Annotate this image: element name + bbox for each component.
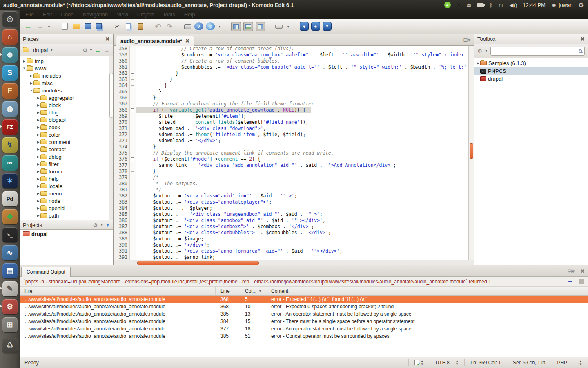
twisty-closed-icon[interactable]: ▶: [36, 162, 40, 166]
code-line-360[interactable]: 360 // Create a row of comment bubbles.: [114, 58, 474, 64]
fold-collapse-icon[interactable]: −: [131, 108, 134, 112]
libreoffice-writer-launcher[interactable]: ▤: [0, 262, 20, 280]
komodo-stop-icon[interactable]: ✕: [323, 22, 332, 31]
code-line-389[interactable]: 389 $output .= $image;: [114, 236, 474, 242]
code-line-392[interactable]: 392 $output .= $anno_link;: [114, 254, 474, 260]
toggle-bottom-pane-icon[interactable]: [243, 22, 253, 31]
twisty-closed-icon[interactable]: ▶: [36, 170, 40, 173]
blocks-app-launcher[interactable]: ❖: [0, 208, 20, 226]
toolbox-item-drupal[interactable]: drupal: [474, 75, 588, 83]
tree-item-tmp[interactable]: ▶tmp: [20, 57, 113, 65]
clock[interactable]: 12:44 PM: [523, 2, 546, 8]
menu-help[interactable]: Help: [184, 11, 195, 18]
code-line-362[interactable]: 362− }: [114, 70, 474, 76]
menu-view[interactable]: View: [117, 11, 128, 18]
fold-marker[interactable]: −: [130, 70, 136, 76]
twisty-closed-icon[interactable]: ▶: [36, 118, 40, 122]
code-line-390[interactable]: 390 $output .= '</div>';: [114, 242, 474, 248]
tree-item-misc[interactable]: ▶misc: [20, 79, 113, 87]
places-back-icon[interactable]: ←: [95, 47, 101, 54]
open-file-icon[interactable]: [72, 22, 81, 31]
chromium-launcher[interactable]: ◍: [0, 100, 20, 118]
gedit-launcher[interactable]: ✎: [0, 280, 20, 298]
twisty-closed-icon[interactable]: ▶: [36, 199, 40, 203]
command-output-close-icon[interactable]: ✖: [580, 268, 585, 274]
code-line-368[interactable]: 368− if ( variable_get('audio_annotate_d…: [114, 107, 474, 113]
editor-tab[interactable]: audio_annotate.module* ✖: [116, 36, 194, 46]
redo-icon[interactable]: ↷: [165, 22, 174, 31]
column-header-col[interactable]: Col...▼: [240, 287, 266, 295]
mail-icon[interactable]: ✉: [467, 2, 471, 8]
toggle-right-pane-icon[interactable]: [256, 22, 265, 31]
web-icon[interactable]: ◍: [206, 22, 215, 30]
places-root-dropdown[interactable]: ▼: [50, 48, 53, 52]
workspace-switcher-launcher[interactable]: ⊞: [0, 316, 20, 334]
menu-edit[interactable]: Edit: [43, 11, 52, 18]
code-line-373[interactable]: 373 $download .= '</div>';: [114, 138, 474, 144]
split-view-icon[interactable]: ⊟▾: [463, 37, 470, 43]
help-icon[interactable]: ?: [194, 22, 203, 30]
menu-code[interactable]: Code: [61, 11, 74, 18]
filezilla-launcher[interactable]: FZ: [0, 118, 20, 136]
stop-icon[interactable]: [579, 279, 584, 284]
tree-item-blog[interactable]: ▶blog: [20, 109, 113, 116]
code-line-364[interactable]: 364 }: [114, 83, 474, 89]
menu-navigation[interactable]: Navigation: [82, 11, 107, 18]
fold-collapse-icon[interactable]: −: [131, 72, 134, 75]
tree-item-contact[interactable]: ▶contact: [20, 146, 113, 153]
arduino-launcher[interactable]: ∞: [0, 154, 20, 172]
twisty-closed-icon[interactable]: ▶: [36, 111, 40, 114]
tree-item-locale[interactable]: ▶locale: [20, 182, 113, 190]
web-dropdown[interactable]: ▾: [217, 22, 222, 31]
code-line-381[interactable]: 381 */: [114, 187, 474, 193]
toolbox-item-phpcs[interactable]: >_PHPCS: [474, 67, 588, 75]
twisty-closed-icon[interactable]: ▶: [29, 81, 33, 85]
tree-item-path[interactable]: ▶path: [20, 212, 113, 219]
twisty-closed-icon[interactable]: ▶: [22, 59, 27, 63]
code-line-366[interactable]: 366 }: [114, 95, 474, 101]
places-gear-dropdown[interactable]: ▼: [89, 48, 93, 52]
tree-item-help[interactable]: ▶help: [20, 175, 113, 182]
encoding-field[interactable]: UTF-8 ▲▼: [430, 359, 465, 366]
preview-icon[interactable]: [274, 22, 283, 31]
menu-tools[interactable]: Tools: [163, 11, 175, 18]
code-line-387[interactable]: 387 $output .= '<div class="comboxs">' .…: [114, 224, 474, 230]
code-line-369[interactable]: 369 $file = $element['#item'];: [114, 113, 474, 119]
code-line-386[interactable]: 386 $output .= '<div class="annobox" aid…: [114, 218, 474, 224]
result-row-2[interactable]: …www/sites/all/modules/audio_annotate/au…: [20, 303, 588, 310]
code-area[interactable]: 358 // Create a row of comment areas (di…: [114, 46, 474, 260]
code-line-359[interactable]: 359 $comboxs .= '<div class="aa-com_box"…: [114, 52, 474, 58]
ubuntu-dash-launcher[interactable]: ◎: [0, 10, 20, 28]
twisty-closed-icon[interactable]: ▶: [36, 177, 40, 181]
fold-marker[interactable]: −: [130, 156, 136, 162]
code-line-377[interactable]: 377 $anno_link = '<div class="add_annota…: [114, 162, 474, 168]
volume-icon[interactable]: ◀)): [510, 2, 517, 8]
places-root[interactable]: drupal: [33, 47, 48, 53]
result-row-4[interactable]: …www/sites/all/modules/audio_annotate/au…: [20, 318, 588, 325]
menu-project[interactable]: Project: [137, 11, 154, 18]
tree-item-book[interactable]: ▶book: [20, 123, 113, 131]
result-row-3[interactable]: …www/sites/all/modules/audio_annotate/au…: [20, 310, 588, 318]
tree-item-block[interactable]: ▶block: [20, 101, 113, 109]
language-field[interactable]: PHP: [551, 359, 573, 366]
user-menu[interactable]: ☻jowan: [551, 2, 573, 8]
butterfly-app-launcher[interactable]: ✶: [0, 172, 20, 190]
hscroll-thumb[interactable]: [137, 261, 259, 265]
projects-collapse-icon[interactable]: ▼: [106, 223, 110, 227]
twisty-closed-icon[interactable]: ▶: [36, 214, 40, 218]
places-forward-icon[interactable]: →: [103, 47, 110, 54]
new-file-icon[interactable]: [60, 22, 69, 31]
code-line-378[interactable]: 378 }: [114, 168, 474, 175]
editor-hscrollbar[interactable]: [114, 260, 474, 265]
tree-item-forum[interactable]: ▶forum: [20, 168, 113, 175]
undo-icon[interactable]: ↶: [154, 22, 163, 31]
twisty-closed-icon[interactable]: ▶: [36, 140, 40, 144]
column-header-line[interactable]: Line: [216, 287, 240, 295]
result-row-6[interactable]: …www/sites/all/modules/audio_annotate/au…: [20, 332, 588, 340]
tree-item-includes[interactable]: ▶includes: [20, 72, 113, 79]
tree-item-openid[interactable]: ▶openid: [20, 204, 113, 212]
network-arrows-icon[interactable]: ↑↓: [499, 2, 504, 8]
code-line-375[interactable]: 375 // Display the annotate comment link…: [114, 150, 474, 156]
projects-gear-icon[interactable]: ⚙: [93, 222, 98, 228]
twisty-closed-icon[interactable]: ▶: [36, 184, 40, 188]
